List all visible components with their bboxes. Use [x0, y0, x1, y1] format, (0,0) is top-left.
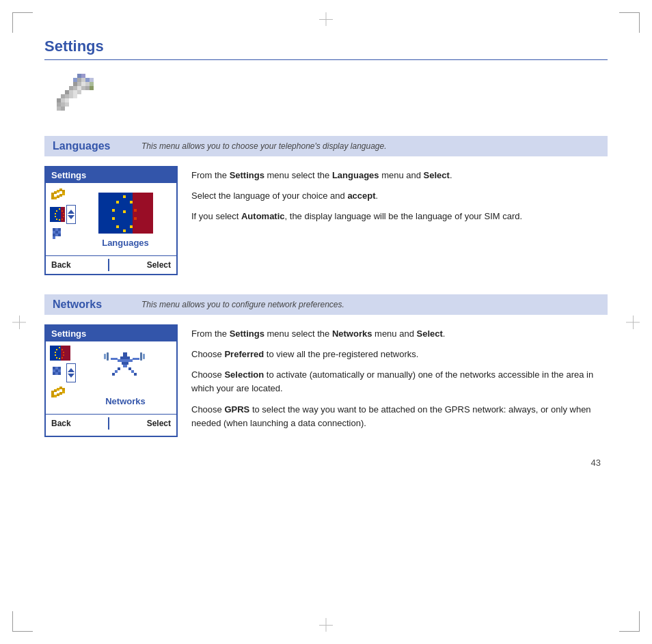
svg-rect-120 [112, 373, 115, 376]
svg-rect-129 [140, 352, 142, 361]
svg-rect-100 [55, 372, 58, 375]
svg-rect-74 [112, 217, 115, 220]
languages-phone-back: Back [51, 260, 71, 270]
svg-rect-22 [57, 102, 61, 107]
networks-key-icon [50, 385, 69, 400]
networks-section-header: Networks This menu allows you to configu… [44, 294, 608, 315]
languages-phone-body: Languages [46, 183, 176, 251]
svg-rect-25 [57, 107, 61, 111]
eu-flag-icon [50, 207, 65, 222]
svg-rect-89 [56, 357, 57, 359]
nav-arrows-icon [66, 205, 76, 224]
corner-mark-tl [12, 12, 33, 33]
svg-rect-38 [62, 190, 65, 193]
svg-rect-77 [130, 225, 133, 228]
networks-text-p3: Choose Selection to activate (automatica… [191, 368, 608, 395]
svg-rect-32 [90, 82, 94, 86]
svg-rect-9 [81, 86, 85, 90]
networks-text-p4: Choose GPRS to select the way you want t… [191, 403, 608, 430]
svg-rect-78 [123, 229, 126, 232]
svg-rect-61 [53, 231, 55, 234]
svg-rect-97 [55, 369, 58, 372]
svg-rect-126 [104, 354, 106, 359]
svg-rect-46 [59, 208, 60, 210]
svg-rect-99 [53, 372, 55, 375]
networks-section: Networks This menu allows you to configu… [44, 294, 608, 437]
svg-rect-96 [53, 369, 55, 372]
svg-rect-30 [85, 78, 90, 82]
svg-rect-21 [65, 98, 69, 102]
languages-phone-label: Languages [102, 238, 149, 248]
languages-icon-row-1 [50, 187, 76, 202]
svg-rect-106 [62, 388, 65, 391]
svg-rect-64 [53, 234, 55, 236]
svg-rect-51 [55, 216, 56, 217]
svg-rect-56 [61, 207, 65, 222]
svg-rect-23 [61, 102, 65, 107]
svg-rect-101 [58, 372, 61, 375]
languages-section-title: Languages [53, 140, 128, 152]
networks-icon-row-2 [50, 363, 76, 382]
networks-settings-icon [50, 365, 65, 380]
svg-rect-59 [55, 228, 58, 231]
svg-rect-119 [115, 370, 118, 373]
svg-rect-109 [57, 393, 59, 396]
networks-text-p2: Choose Preferred to view all the pre-reg… [191, 348, 608, 361]
svg-rect-28 [77, 74, 81, 78]
svg-rect-18 [73, 94, 77, 98]
svg-rect-63 [58, 231, 61, 234]
languages-section: Languages This menu allows you to choose… [44, 136, 608, 275]
svg-rect-41 [57, 195, 59, 198]
svg-rect-26 [61, 107, 65, 111]
svg-rect-39 [62, 193, 65, 195]
networks-icon-row-3 [50, 385, 76, 400]
svg-rect-71 [130, 201, 133, 204]
large-eu-flag-icon [98, 193, 153, 234]
svg-rect-58 [53, 228, 55, 231]
networks-flag-icon [50, 346, 70, 361]
svg-rect-34 [51, 193, 54, 195]
svg-rect-125 [133, 358, 139, 360]
svg-rect-102 [51, 391, 54, 393]
svg-rect-8 [77, 86, 81, 90]
networks-phone-icons [50, 346, 76, 400]
svg-rect-91 [59, 358, 60, 359]
languages-text-p1: From the Settings menu select the Langua… [191, 169, 608, 182]
svg-rect-108 [59, 392, 62, 395]
networks-section-text: From the Settings menu select the Networ… [191, 324, 608, 437]
languages-section-text: From the Settings menu select the Langua… [191, 166, 608, 275]
svg-rect-10 [85, 86, 90, 90]
networks-section-title: Networks [53, 298, 128, 311]
svg-rect-35 [54, 191, 57, 194]
svg-rect-31 [90, 78, 94, 82]
crosshair-bottom [319, 618, 333, 632]
svg-rect-115 [118, 359, 133, 362]
languages-text-p2: Select the language of your choice and a… [191, 189, 608, 203]
svg-rect-93 [53, 367, 55, 369]
svg-rect-12 [69, 90, 73, 94]
networks-section-description: This menu allows you to configure networ… [141, 300, 344, 309]
svg-rect-37 [59, 188, 62, 191]
phone-small-icon [50, 227, 69, 242]
nav-arrow-up-icon [68, 210, 74, 214]
svg-rect-103 [54, 389, 57, 392]
svg-rect-4 [81, 82, 85, 86]
svg-rect-66 [58, 234, 61, 236]
svg-rect-114 [120, 356, 130, 359]
svg-rect-98 [58, 369, 61, 372]
networks-phone-body: Networks [46, 341, 176, 410]
svg-rect-95 [58, 367, 61, 369]
svg-rect-117 [123, 365, 127, 367]
key-icon [50, 187, 69, 202]
svg-rect-70 [116, 201, 119, 204]
languages-icon-row-2 [50, 205, 76, 224]
networks-nav-arrow-up-icon [68, 368, 74, 372]
page-number: 43 [44, 458, 608, 468]
networks-phone-select: Select [147, 419, 171, 428]
svg-rect-104 [57, 388, 59, 391]
languages-section-header: Languages This menu allows you to choose… [44, 136, 608, 156]
page-title: Settings [44, 38, 608, 60]
nav-arrow-down-icon [68, 215, 74, 219]
svg-rect-76 [116, 225, 119, 228]
svg-rect-118 [118, 367, 120, 370]
